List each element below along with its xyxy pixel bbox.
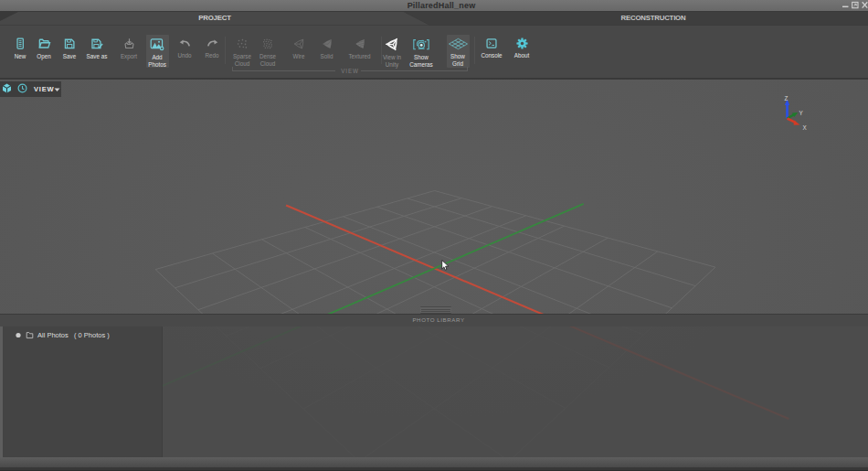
svg-text:X: X (803, 123, 808, 130)
svg-text:Y: Y (799, 109, 804, 115)
svg-text:Z: Z (785, 94, 789, 101)
